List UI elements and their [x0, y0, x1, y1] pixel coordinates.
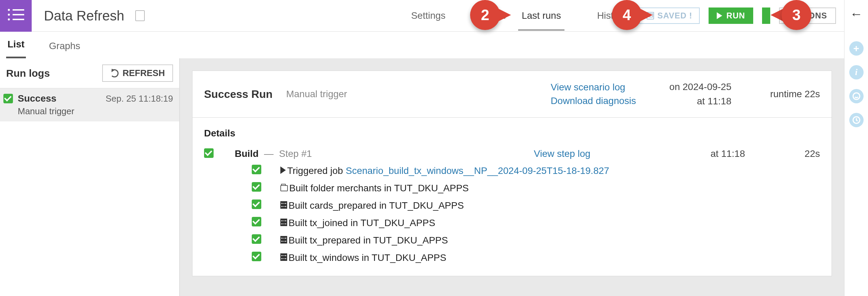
subtab-list[interactable]: List [6, 39, 26, 58]
detail-sub-row: Built tx_prepared in TUT_DKU_APPS [204, 232, 820, 249]
run-log-item[interactable]: Success Sep. 25 11:18:19 Manual trigger [0, 88, 179, 121]
play-icon [717, 12, 722, 19]
database-icon [280, 201, 287, 209]
success-check-icon [252, 252, 261, 261]
detail-text: Built tx_prepared in TUT_DKU_APPS [280, 235, 448, 246]
run-button-extra[interactable] [762, 8, 770, 24]
step-row: Build — Step #1 View step log at 11:18 2… [204, 146, 820, 162]
run-date: on 2024-09-25 [650, 80, 731, 94]
step-duration: 22s [745, 148, 820, 159]
refresh-icon [110, 69, 119, 77]
play-icon [280, 166, 286, 174]
view-scenario-log-link[interactable]: View scenario log [551, 82, 636, 93]
success-check-icon [3, 94, 13, 103]
saved-label: SAVED ! [657, 11, 693, 20]
top-bar: Data Refresh Settings Steps Last runs Hi… [0, 0, 844, 32]
callout-4: 4 [612, 0, 653, 30]
run-card: Success Run Manual trigger View scenario… [192, 71, 832, 276]
list-icon [8, 9, 24, 23]
success-check-icon [252, 217, 261, 226]
copy-icon[interactable] [135, 10, 145, 21]
rail-history-button[interactable] [849, 113, 864, 127]
right-rail: ← [844, 0, 868, 296]
view-step-log-link[interactable]: View step log [534, 148, 590, 159]
success-check-icon [252, 199, 261, 209]
subtab-graphs[interactable]: Graphs [48, 41, 82, 58]
database-icon [280, 236, 287, 243]
callout-3: 3 [771, 0, 811, 30]
run-card-trigger: Manual trigger [286, 89, 347, 100]
page-title: Data Refresh [44, 8, 124, 24]
job-link[interactable]: Scenario_build_tx_windows__NP__2024-09-2… [346, 165, 609, 176]
success-check-icon [204, 148, 214, 158]
detail-text: Built cards_prepared in TUT_DKU_APPS [280, 200, 464, 211]
database-icon [280, 253, 287, 261]
refresh-label: REFRESH [123, 68, 165, 78]
detail-sub-row: Built tx_joined in TUT_DKU_APPS [204, 214, 820, 232]
tab-settings[interactable]: Settings [408, 1, 469, 31]
rail-info-button[interactable] [849, 65, 864, 79]
step-time: at 11:18 [677, 148, 745, 159]
run-timestamp: Sep. 25 11:18:19 [106, 93, 173, 104]
run-button[interactable]: RUN [709, 8, 753, 24]
clock-icon [852, 116, 861, 124]
detail-sub-row: Built tx_windows in TUT_DKU_APPS [204, 249, 820, 266]
detail-sub-row: Built folder merchants in TUT_DKU_APPS [204, 179, 820, 197]
download-diagnosis-link[interactable]: Download diagnosis [551, 95, 636, 106]
success-check-icon [252, 182, 261, 192]
detail-text: Triggered job Scenario_build_tx_windows_… [280, 165, 609, 176]
run-logs-panel: Run logs REFRESH Success Sep. 25 11:18:1… [0, 58, 180, 296]
step-number: Step #1 [279, 148, 312, 159]
detail-text: Built tx_windows in TUT_DKU_APPS [280, 252, 446, 263]
step-name: Build [235, 148, 259, 159]
run-detail-panel: Success Run Manual trigger View scenario… [180, 58, 844, 296]
success-check-icon [252, 234, 261, 244]
detail-text: Built folder merchants in TUT_DKU_APPS [280, 183, 469, 194]
svg-point-0 [853, 93, 860, 100]
run-card-title: Success Run [204, 88, 273, 101]
back-button[interactable]: ← [850, 7, 863, 21]
run-label: RUN [726, 11, 745, 20]
tab-last-runs[interactable]: Last runs [518, 1, 564, 31]
success-check-icon [252, 165, 261, 174]
details-title: Details [204, 128, 820, 139]
folder-icon [280, 185, 288, 191]
rail-chat-button[interactable] [849, 89, 864, 103]
run-trigger: Manual trigger [18, 106, 173, 117]
detail-sub-row: Triggered job Scenario_build_tx_windows_… [204, 162, 820, 179]
run-time: at 11:18 [650, 94, 731, 108]
nav-menu-button[interactable] [0, 0, 32, 32]
database-icon [280, 219, 287, 226]
sub-tabs: List Graphs [0, 32, 844, 58]
detail-sub-row: Built cards_prepared in TUT_DKU_APPS [204, 197, 820, 214]
refresh-button[interactable]: REFRESH [102, 64, 173, 82]
run-logs-title: Run logs [6, 68, 50, 79]
rail-add-button[interactable] [849, 41, 864, 56]
run-runtime: runtime 22s [745, 89, 820, 100]
detail-text: Built tx_joined in TUT_DKU_APPS [280, 218, 435, 228]
callout-2: 2 [470, 0, 511, 30]
run-status: Success [18, 93, 57, 104]
step-sep: — [264, 148, 274, 159]
chat-icon [852, 92, 861, 101]
